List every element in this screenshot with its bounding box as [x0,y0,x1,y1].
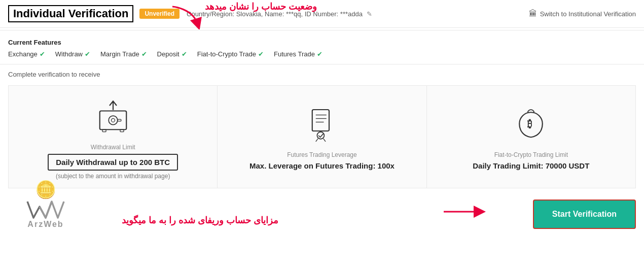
svg-rect-5 [120,129,124,131]
feature-margin-trade-label: Margin Trade [100,50,139,58]
annotation-2-block: مزایای حساب وریفای شده را به ما میگوید [122,215,278,226]
features-label: Current Features [8,39,636,46]
features-section: Current Features Exchange ✔ Withdraw ✔ M… [0,32,644,62]
withdrawal-sub-text: (subject to the amount in withdrawal pag… [56,173,170,180]
feature-item-withdraw: Withdraw ✔ [55,50,90,58]
svg-rect-7 [312,110,329,131]
switch-institutional-label: Switch to Institutional Verification [540,10,636,18]
withdrawal-icon-area [93,96,133,137]
fiat-icon-area: ₿ [511,104,551,144]
futures-trade-check-icon: ✔ [317,50,323,58]
withdraw-check-icon: ✔ [85,50,90,58]
feature-withdraw-label: Withdraw [55,50,83,58]
feature-exchange-label: Exchange [8,50,38,58]
user-info: Country/Region: Slovakia, Name: ***qq, I… [187,10,363,18]
features-list: Exchange ✔ Withdraw ✔ Margin Trade ✔ Dep… [8,50,636,58]
withdrawal-subtitle: Withdrawal Limit [91,144,135,151]
futures-subtitle: Futures Trading Leverage [287,151,356,158]
card-futures: Futures Trading Leverage Max. Leverage o… [217,85,426,188]
futures-icon [304,106,340,142]
svg-point-11 [317,132,324,139]
exchange-check-icon: ✔ [40,50,45,58]
annotation-arrow-2-icon [441,204,487,219]
feature-item-margin-trade: Margin Trade ✔ [100,50,147,58]
header: Individual Verification Unverified Count… [0,0,644,28]
margin-trade-check-icon: ✔ [141,50,147,58]
svg-rect-0 [99,111,126,130]
fiat-subtitle: Fiat-to-Crypto Trading Limit [494,151,568,158]
svg-point-2 [111,118,115,122]
feature-item-futures-trade: Futures Trade ✔ [274,50,323,58]
fiat-icon: ₿ [513,106,549,142]
feature-fiat-crypto-label: Fiat-to-Crypto Trade [197,50,256,58]
switch-institutional-button[interactable]: 🏛 Switch to Institutional Verification [529,9,636,18]
annotation-arrow-2-block [441,204,487,221]
feature-item-exchange: Exchange ✔ [8,50,45,58]
features-divider [0,64,644,64]
feature-deposit-label: Deposit [157,50,180,58]
edit-icon[interactable]: ✎ [367,10,372,18]
fiat-main-text: Daily Trading Limit: 70000 USDT [473,161,589,170]
bank-icon: 🏛 [529,9,537,18]
feature-item-deposit: Deposit ✔ [157,50,187,58]
svg-line-12 [316,139,318,142]
header-divider [0,30,644,30]
svg-line-13 [324,139,326,142]
futures-main-text: Max. Leverage on Futures Trading: 100x [249,161,395,170]
withdrawal-icon [95,98,131,134]
withdrawal-main-text: Daily Withdrawal up to 200 BTC [48,154,178,171]
page-title: Individual Verification [8,5,133,22]
svg-point-1 [109,116,118,125]
footer-area: 🪙 ArzWeb مزایای حساب وریفای شده را به ما… [0,193,644,234]
feature-item-fiat-crypto: Fiat-to-Crypto Trade ✔ [197,50,264,58]
logo-text: ArzWeb [27,220,63,229]
deposit-check-icon: ✔ [182,50,187,58]
complete-label: Complete verification to receive [8,71,636,78]
status-badge: Unverified [139,9,180,19]
card-fiat: ₿ Fiat-to-Crypto Trading Limit Daily Tra… [426,85,636,188]
fiat-crypto-check-icon: ✔ [258,50,264,58]
feature-futures-trade-label: Futures Trade [274,50,315,58]
cards-container: Withdrawal Limit Daily Withdrawal up to … [0,85,644,188]
complete-section: Complete verification to receive [0,67,644,85]
start-verification-button[interactable]: Start Verification [533,200,636,229]
logo-coin-icon: 🪙 [35,179,56,200]
futures-icon-area [302,104,342,144]
svg-rect-3 [117,119,121,121]
logo-w-icon [25,200,66,220]
svg-text:₿: ₿ [527,119,532,129]
annotation-2-text: مزایای حساب وریفای شده را به ما میگوید [122,215,278,226]
svg-rect-4 [102,129,106,131]
card-withdrawal: Withdrawal Limit Daily Withdrawal up to … [8,85,217,188]
logo-watermark: 🪙 ArzWeb [25,179,66,229]
